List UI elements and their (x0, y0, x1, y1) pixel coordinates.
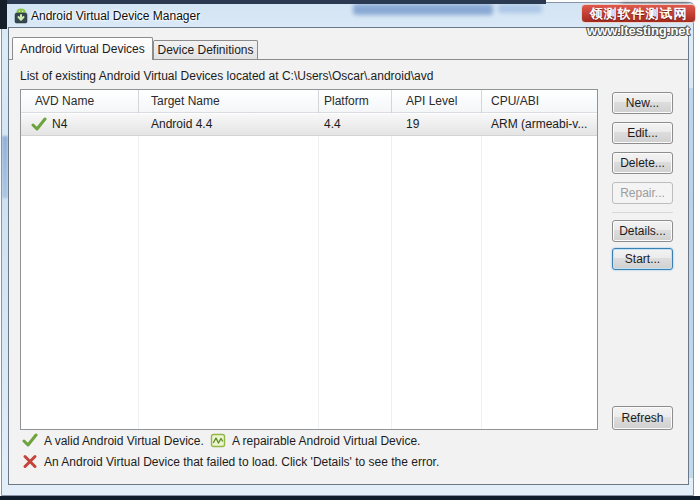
legend-valid-text: A valid Android Virtual Device. (44, 434, 204, 448)
column-gridline (481, 113, 482, 429)
avd-manager-icon (13, 8, 29, 24)
failed-x-icon (22, 454, 38, 469)
new-button[interactable]: New... (612, 92, 673, 114)
column-divider[interactable] (138, 90, 139, 113)
cell-target-name: Android 4.4 (151, 117, 212, 131)
column-divider[interactable] (391, 90, 392, 113)
legend-repairable-text: A repairable Android Virtual Device. (232, 434, 421, 448)
legend-failed-text: An Android Virtual Device that failed to… (44, 455, 439, 469)
column-divider[interactable] (481, 90, 482, 113)
avd-location-text: List of existing Android Virtual Devices… (20, 69, 433, 83)
tab-android-virtual-devices[interactable]: Android Virtual Devices (12, 37, 153, 60)
header-api-level[interactable]: API Level (406, 94, 457, 108)
avd-table: AVD Name Target Name Platform API Level … (20, 89, 598, 430)
avd-manager-window: Android Virtual Device Manager Android V… (1, 2, 694, 496)
legend-line-2: An Android Virtual Device that failed to… (22, 454, 439, 469)
repair-button[interactable]: Repair... (612, 182, 673, 204)
avd-row-n4[interactable]: N4 Android 4.4 4.4 19 ARM (armeabi-v... (21, 114, 597, 136)
start-button[interactable]: Start... (612, 248, 673, 270)
cell-avd-name: N4 (52, 117, 67, 131)
cell-platform: 4.4 (324, 117, 341, 131)
cell-cpu-abi: ARM (armeabi-v... (491, 117, 587, 131)
tab-device-definitions[interactable]: Device Definitions (153, 40, 258, 59)
repairable-icon (210, 433, 226, 448)
header-avd-name[interactable]: AVD Name (35, 94, 94, 108)
details-button[interactable]: Details... (612, 220, 673, 242)
header-target-name[interactable]: Target Name (151, 94, 220, 108)
background-window-fragment (6, 0, 546, 4)
valid-check-icon (31, 117, 47, 132)
background-taskbar-strip (0, 496, 700, 500)
edit-button[interactable]: Edit... (612, 122, 673, 144)
watermark-url: www.ltesting.net (579, 23, 698, 38)
column-gridline (138, 113, 139, 429)
valid-check-icon (22, 433, 38, 448)
background-window-corner (0, 0, 7, 29)
cell-api-level: 19 (406, 117, 419, 131)
header-platform[interactable]: Platform (324, 94, 369, 108)
column-gridline (318, 113, 319, 429)
watermark-badge: 领测软件测试网 (581, 4, 696, 23)
column-divider[interactable] (318, 90, 319, 113)
dialog-client-area: Android Virtual Devices Device Definitio… (8, 27, 689, 485)
refresh-button[interactable]: Refresh (612, 406, 673, 430)
window-title: Android Virtual Device Manager (31, 9, 200, 23)
header-cpu-abi[interactable]: CPU/ABI (491, 94, 539, 108)
button-separator (612, 212, 673, 213)
legend-line-1: A valid Android Virtual Device. A repair… (22, 433, 420, 448)
column-gridline (391, 113, 392, 429)
delete-button[interactable]: Delete... (612, 152, 673, 174)
